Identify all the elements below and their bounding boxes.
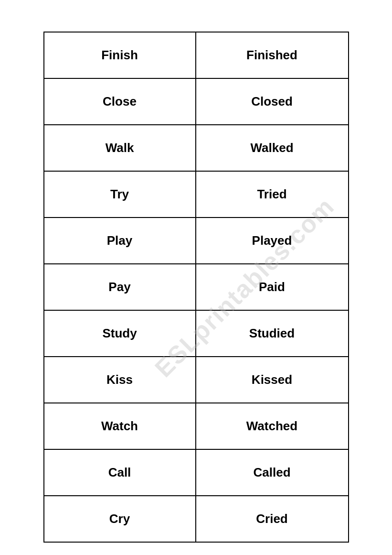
past-form-cell: Played [196,218,348,263]
table-row: FinishFinished [44,33,348,79]
base-form-cell: Try [44,172,196,217]
verb-table: FinishFinishedCloseClosedWalkWalkedTryTr… [43,32,349,543]
base-form-cell: Close [44,79,196,124]
past-form-cell: Watched [196,403,348,449]
page-container: ESLprintables.com FinishFinishedCloseClo… [10,10,382,555]
table-row: CloseClosed [44,79,348,125]
past-form-cell: Kissed [196,357,348,403]
base-form-cell: Play [44,218,196,263]
table-row: CryCried [44,496,348,542]
table-row: PayPaid [44,264,348,311]
past-form-cell: Closed [196,79,348,124]
table-row: TryTried [44,172,348,218]
past-form-cell: Called [196,450,348,495]
past-form-cell: Cried [196,496,348,542]
table-row: StudyStudied [44,311,348,357]
past-form-cell: Studied [196,311,348,356]
table-row: WalkWalked [44,125,348,172]
past-form-cell: Walked [196,125,348,171]
table-row: WatchWatched [44,403,348,450]
base-form-cell: Study [44,311,196,356]
past-form-cell: Tried [196,172,348,217]
base-form-cell: Cry [44,496,196,542]
base-form-cell: Watch [44,403,196,449]
table-row: KissKissed [44,357,348,403]
base-form-cell: Pay [44,264,196,310]
base-form-cell: Finish [44,33,196,78]
table-row: PlayPlayed [44,218,348,264]
table-row: CallCalled [44,450,348,496]
base-form-cell: Call [44,450,196,495]
base-form-cell: Walk [44,125,196,171]
base-form-cell: Kiss [44,357,196,403]
past-form-cell: Paid [196,264,348,310]
past-form-cell: Finished [196,33,348,78]
